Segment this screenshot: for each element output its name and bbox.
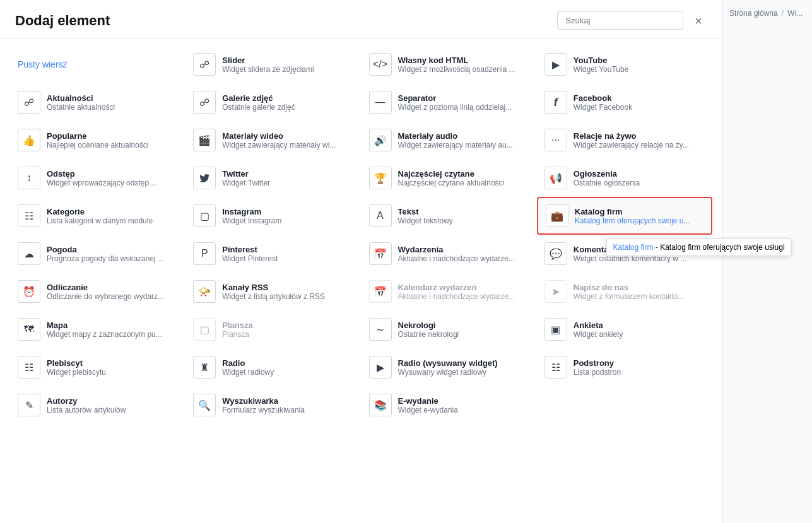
gallery-icon: ☍ xyxy=(193,91,216,114)
widget-desc-katalog: Katalog firm oferujących swoje u... xyxy=(575,216,695,225)
widget-text-relacje: Relacje na żywoWidget zawierający relacj… xyxy=(574,131,705,150)
widget-item-instagram[interactable]: ▢InstagramWidget Instagram xyxy=(185,197,361,235)
play-icon: ▶ xyxy=(369,356,392,379)
widget-desc-slider: Widget slidera ze zdjęciami xyxy=(222,65,342,74)
widget-text-ogloszenia: OgłoszeniaOstatnie ogłoszenia xyxy=(574,169,705,187)
widget-text-pogoda: PogodaPrognoza pogody dla wskazanej ... xyxy=(47,245,178,263)
live-icon: ∙∙∙ xyxy=(544,129,567,151)
widget-text-wydarzenia: WydarzeniaAktualne i nadchodzące wydarze… xyxy=(398,245,529,263)
widget-desc-kalendarz: Aktualne i nadchodzące wydarze... xyxy=(398,292,518,301)
widget-item-plansza[interactable]: ▢PlanszaPlansza xyxy=(185,310,361,348)
widget-text-ewydanie: E-wydanieWidget e-wydania xyxy=(398,396,529,414)
trophy-icon: 🏆 xyxy=(369,167,392,189)
widget-text-audio: Materiały audioWidget zawierający materi… xyxy=(398,131,529,150)
widget-item-html[interactable]: </>Własny kod HTMLWidget z możliwością o… xyxy=(362,45,537,83)
breadcrumb: Strona główna / Wi... xyxy=(729,9,806,18)
widget-text-wideo: Materiały wideoWidget zawierający materi… xyxy=(222,131,353,150)
widget-desc-napisz: Widget z formularzem kontakto... xyxy=(574,292,693,301)
widget-item-relacje[interactable]: ∙∙∙Relacje na żywoWidget zawierający rel… xyxy=(537,121,712,159)
widget-desc-kategorie: Lista kategorii w danym module xyxy=(47,216,167,225)
widget-text-twitter: TwitterWidget Twitter xyxy=(222,169,353,187)
widget-text-kanaly: Kanały RSSWidget z listą artykułów z RSS xyxy=(222,283,353,301)
nav-separator: / xyxy=(782,9,784,18)
widget-item-pusty-wiersz[interactable]: Pusty wiersz xyxy=(10,45,185,83)
calendar-icon: 📅 xyxy=(369,242,392,265)
widget-item-kategorie[interactable]: ☷KategorieLista kategorii w danym module xyxy=(10,197,185,235)
widget-item-nekrologi[interactable]: ∼NekrologiOstatnie nekrologi xyxy=(362,310,537,348)
widget-item-podstrony[interactable]: ☷PodstronyLista podstron xyxy=(537,348,712,386)
widget-item-wyszukiwarka[interactable]: 🔍WyszukiwarkaFormularz wyszukiwania xyxy=(185,386,361,424)
widget-item-pogoda[interactable]: ☁PogodaPrognoza pogody dla wskazanej ... xyxy=(10,235,185,273)
widget-text-odstep: OdstępWidget wprowadzający odstęp ... xyxy=(47,169,178,187)
widget-name-wyszukiwarka: Wyszukiwarka xyxy=(222,396,353,406)
widget-name-slider: Slider xyxy=(222,56,353,65)
widget-desc-ogloszenia: Ostatnie ogłoszenia xyxy=(574,179,693,187)
widget-item-facebook[interactable]: fFacebookWidget Facebook xyxy=(537,83,712,121)
widget-text-pinterest: PinterestWidget Pinterest xyxy=(222,245,353,263)
widget-desc-kanaly: Widget z listą artykułów z RSS xyxy=(222,292,342,301)
header-right: × xyxy=(557,11,707,30)
widget-text-kalendarz: Kalendarz wydarzeńAktualne i nadchodzące… xyxy=(398,283,529,301)
widget-name-kategorie: Kategorie xyxy=(47,207,178,216)
widget-item-autorzy[interactable]: ✎AutorzyLista autorów artykułów xyxy=(10,386,185,424)
widget-item-separator[interactable]: ―SeparatorWidget z poziomą linią oddziel… xyxy=(362,83,537,121)
widget-name-audio: Materiały audio xyxy=(398,131,529,141)
widget-item-galerie[interactable]: ☍Galerie zdjęćOstatnie galerie zdjęć xyxy=(185,83,361,121)
text-icon: A xyxy=(369,204,392,227)
widget-item-komentarze[interactable]: 💬KomentarzeWidget ostatnich komentarzy w… xyxy=(537,235,712,273)
facebook-icon: f xyxy=(544,91,567,114)
send-icon: ➤ xyxy=(544,280,567,303)
widget-name-ogloszenia: Ogłoszenia xyxy=(574,169,705,179)
widget-item-youtube[interactable]: ▶YouTubeWidget YouTube xyxy=(537,45,712,83)
widget-name-kanaly: Kanały RSS xyxy=(222,283,353,292)
widget-item-radio-wys[interactable]: ▶Radio (wysuwany widget)Wysuwany widget … xyxy=(362,348,537,386)
widget-item-wideo[interactable]: 🎬Materiały wideoWidget zawierający mater… xyxy=(185,121,361,159)
widget-text-tekst: TekstWidget tekstowy xyxy=(398,207,529,225)
widget-text-html: Własny kod HTMLWidget z możliwością osad… xyxy=(398,56,529,74)
widget-desc-komentarze: Widget ostatnich komentarzy w ... xyxy=(574,254,693,263)
widget-item-ankieta[interactable]: ▣AnkietaWidget ankiety xyxy=(537,310,712,348)
widget-item-najczestsze[interactable]: 🏆Najczęściej czytaneNajczęściej czytane … xyxy=(362,159,537,197)
widget-item-napisz[interactable]: ➤Napisz do nasWidget z formularzem konta… xyxy=(537,273,712,310)
widget-name-mapa: Mapa xyxy=(47,320,178,330)
widget-text-napisz: Napisz do nasWidget z formularzem kontak… xyxy=(574,283,705,301)
widget-text-autorzy: AutorzyLista autorów artykułów xyxy=(47,396,178,414)
widget-item-ewydanie[interactable]: 📚E-wydanieWidget e-wydania xyxy=(362,386,537,424)
widget-item-aktualnosci[interactable]: ☍AktualnościOstatnie aktualności xyxy=(10,83,185,121)
widget-text-slider: SliderWidget slidera ze zdjęciami xyxy=(222,56,353,74)
widget-name-najczestsze: Najczęściej czytane xyxy=(398,169,529,179)
widget-item-plebiscyt[interactable]: ☷PlebiscytWidget plebiscytu xyxy=(10,348,185,386)
widget-name-youtube: YouTube xyxy=(574,56,705,65)
widget-item-twitter[interactable]: TwitterWidget Twitter xyxy=(185,159,361,197)
widget-item-ogloszenia[interactable]: 📢OgłoszeniaOstatnie ogłoszenia xyxy=(537,159,712,197)
widget-text-podstrony: PodstronyLista podstron xyxy=(574,358,705,377)
widget-item-odstep[interactable]: ↕OdstępWidget wprowadzający odstęp ... xyxy=(10,159,185,197)
widget-text-najczestsze: Najczęściej czytaneNajczęściej czytane a… xyxy=(398,169,529,187)
widget-item-popularne[interactable]: 👍PopularneNajlepiej oceniane aktualności xyxy=(10,121,185,159)
widget-name-html: Własny kod HTML xyxy=(398,56,529,65)
widget-item-radio[interactable]: ♜RadioWidget radiowy xyxy=(185,348,361,386)
widget-item-katalog[interactable]: 💼Katalog firmKatalog firm oferujących sw… xyxy=(537,197,712,235)
widget-item-kanaly[interactable]: 📯Kanały RSSWidget z listą artykułów z RS… xyxy=(185,273,361,310)
widget-item-wydarzenia[interactable]: 📅WydarzeniaAktualne i nadchodzące wydarz… xyxy=(362,235,537,273)
widget-desc-html: Widget z możliwością osadzenia ... xyxy=(398,65,518,74)
widget-item-slider[interactable]: ☍SliderWidget slidera ze zdjęciami xyxy=(185,45,361,83)
widget-text-plansza: PlanszaPlansza xyxy=(222,320,353,339)
widget-item-pinterest[interactable]: PPinterestWidget Pinterest xyxy=(185,235,361,273)
search-input[interactable] xyxy=(557,11,683,30)
widget-item-kalendarz[interactable]: 📅Kalendarz wydarzeńAktualne i nadchodząc… xyxy=(362,273,537,310)
close-button[interactable]: × xyxy=(690,12,707,30)
widget-text-aktualnosci: AktualnościOstatnie aktualności xyxy=(47,93,178,112)
briefcase-icon: 💼 xyxy=(546,204,568,227)
widget-item-mapa[interactable]: 🗺MapaWidget mapy z zaznaczonym pu... xyxy=(10,310,185,348)
widget-desc-najczestsze: Najczęściej czytane aktualności xyxy=(398,179,518,187)
widget-desc-wyszukiwarka: Formularz wyszukiwania xyxy=(222,406,342,414)
thumb-icon: 👍 xyxy=(18,129,40,151)
widget-item-audio[interactable]: 🔊Materiały audioWidget zawierający mater… xyxy=(362,121,537,159)
widget-name-facebook: Facebook xyxy=(574,93,705,103)
widget-item-odliczanie[interactable]: ⏰OdliczanieOdliczanie do wybranego wydar… xyxy=(10,273,185,310)
modal-overlay: Dodaj element × Pusty wiersz☍SliderWidge… xyxy=(0,0,812,523)
widget-name-podstrony: Podstrony xyxy=(574,358,705,368)
widget-item-tekst[interactable]: ATekstWidget tekstowy xyxy=(362,197,537,235)
youtube-icon: ▶ xyxy=(544,53,567,76)
